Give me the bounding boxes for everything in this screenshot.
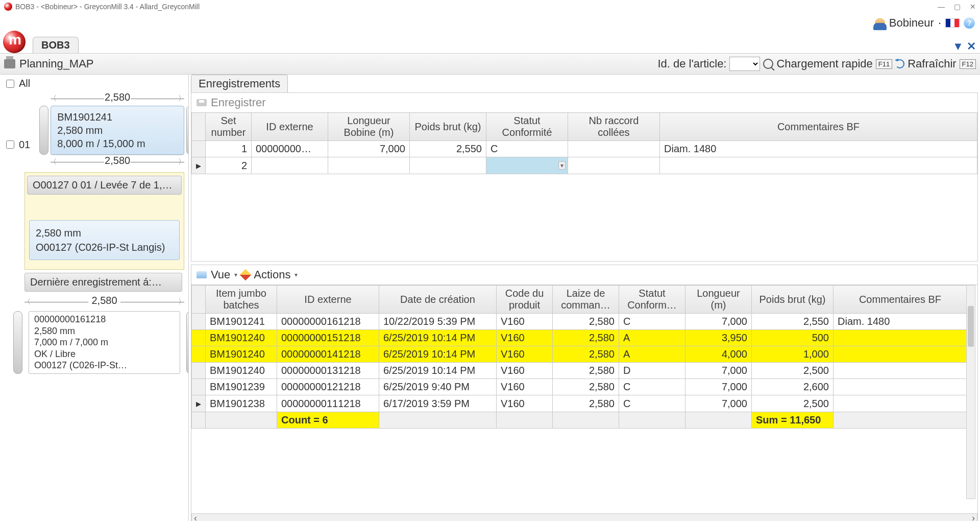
cell-laize[interactable]: 2,580 — [553, 330, 619, 346]
cell-len[interactable]: 7,000 — [685, 379, 752, 395]
pencil-icon[interactable] — [240, 269, 252, 281]
minimize-pane-icon[interactable]: ▼ — [952, 40, 964, 53]
cell-batch[interactable]: BM1901241 — [206, 314, 277, 330]
history-row[interactable]: BM1901240000000001412186/25/2019 10:14 P… — [192, 346, 967, 363]
cell-batch[interactable]: BM1901240 — [206, 330, 277, 346]
search-icon[interactable] — [763, 59, 773, 69]
check-01-box[interactable] — [6, 140, 14, 149]
cell-prod[interactable]: V160 — [497, 363, 553, 379]
cell-laize[interactable]: 2,580 — [553, 363, 619, 379]
cell-prod[interactable]: V160 — [497, 330, 553, 346]
order-bar[interactable]: O00127 0 01 / Levée 7 de 1,… — [27, 176, 182, 195]
cell-wt[interactable]: 1,000 — [752, 346, 834, 363]
cell-ext[interactable]: 00000000111218 — [277, 395, 379, 412]
col2-len[interactable]: Longueur (m) — [685, 286, 752, 314]
row-selector[interactable] — [192, 346, 206, 363]
cell-ext[interactable]: 00000000141218 — [277, 346, 379, 363]
row-selector[interactable] — [192, 141, 206, 157]
quick-load-button[interactable]: Chargement rapide — [776, 57, 872, 70]
app-main-logo-icon[interactable] — [3, 31, 26, 53]
order-info-box[interactable]: 2,580 mm O00127 (C026-IP-St Langis) — [29, 220, 180, 260]
col-wt[interactable]: Poids brut (kg) — [410, 113, 486, 141]
cell-comm[interactable] — [834, 346, 967, 363]
cell-conf[interactable]: C — [619, 314, 685, 330]
cell-comm[interactable]: Diam. 1480 — [834, 314, 967, 330]
cell-comm[interactable] — [834, 330, 967, 346]
col-len[interactable]: Longueur Bobine (m) — [328, 113, 410, 141]
cell-laize[interactable]: 2,580 — [553, 379, 619, 395]
record-row[interactable]: ▸2 — [192, 157, 977, 174]
cell-len[interactable]: 7,000 — [685, 395, 752, 412]
cell-wt[interactable]: 2,500 — [752, 363, 834, 379]
tab-bob3[interactable]: BOB3 — [33, 37, 79, 53]
cell-splice[interactable] — [568, 157, 660, 174]
row-selector[interactable]: ▸ — [192, 395, 206, 412]
vertical-scrollbar[interactable] — [966, 285, 975, 499]
history-table[interactable]: Item jumbo batches ID externe Date de cr… — [191, 285, 967, 429]
cell-wt[interactable]: 500 — [752, 330, 834, 346]
cell-date[interactable]: 6/25/2019 9:40 PM — [379, 379, 497, 395]
cell-comm[interactable] — [834, 395, 967, 412]
jumbo-card[interactable]: BM1901241 2,580 mm 8,000 m / 15,000 m — [51, 106, 184, 155]
cell-comm[interactable] — [834, 379, 967, 395]
last-record-header[interactable]: Dernière enregistrement á:… — [24, 273, 182, 292]
refresh-button[interactable]: Rafraîchir — [908, 57, 956, 70]
cell-prod[interactable]: V160 — [497, 314, 553, 330]
cell-set[interactable]: 2 — [206, 157, 252, 174]
cell-ext[interactable] — [252, 157, 328, 174]
cell-conf[interactable]: C — [619, 395, 685, 412]
row-selector[interactable] — [192, 314, 206, 330]
cell-wt[interactable] — [410, 157, 486, 174]
article-id-select[interactable] — [729, 57, 760, 71]
cell-ext[interactable]: 00000000… — [252, 141, 328, 157]
cell-date[interactable]: 10/22/2019 5:39 PM — [379, 314, 497, 330]
col2-ext[interactable]: ID externe — [277, 286, 379, 314]
cell-splice[interactable] — [568, 141, 660, 157]
flag-fr-icon[interactable] — [945, 18, 960, 28]
horizontal-scrollbar[interactable] — [191, 513, 977, 521]
cell-conf[interactable]: A — [619, 330, 685, 346]
history-row[interactable]: ▸BM1901238000000001112186/17/2019 3:59 P… — [192, 395, 967, 412]
check-01[interactable]: 01 — [4, 122, 30, 167]
cell-len[interactable]: 4,000 — [685, 346, 752, 363]
cell-conf[interactable] — [486, 157, 568, 174]
actions-dropdown-icon[interactable]: ▾ — [295, 271, 298, 278]
col-splice[interactable]: Nb raccord collées — [568, 113, 660, 141]
cell-date[interactable]: 6/25/2019 10:14 PM — [379, 363, 497, 379]
col-ext[interactable]: ID externe — [252, 113, 328, 141]
save-icon[interactable] — [197, 99, 207, 106]
cell-batch[interactable]: BM1901238 — [206, 395, 277, 412]
col2-prod[interactable]: Code du produit — [497, 286, 553, 314]
cell-len[interactable]: 7,000 — [685, 363, 752, 379]
col2-batch[interactable]: Item jumbo batches — [206, 286, 277, 314]
cell-len[interactable] — [328, 157, 410, 174]
close-button[interactable]: ✕ — [970, 3, 976, 11]
check-all[interactable]: All — [4, 78, 184, 89]
col-set[interactable]: Set number — [206, 113, 252, 141]
cell-laize[interactable]: 2,580 — [553, 395, 619, 412]
cell-batch[interactable]: BM1901240 — [206, 363, 277, 379]
cell-laize[interactable]: 2,580 — [553, 314, 619, 330]
printer-icon[interactable] — [4, 59, 15, 68]
save-button[interactable]: Enregistrer — [211, 96, 266, 109]
col2-wt[interactable]: Poids brut (kg) — [752, 286, 834, 314]
minimize-button[interactable]: — — [938, 3, 945, 11]
cell-batch[interactable]: BM1901239 — [206, 379, 277, 395]
record-row[interactable]: 100000000…7,0002,550CDiam. 1480 — [192, 141, 977, 157]
view-icon[interactable] — [197, 271, 207, 278]
col-conf[interactable]: Statut Conformité — [486, 113, 568, 141]
close-pane-icon[interactable]: ✕ — [967, 40, 976, 53]
col2-date[interactable]: Date de création — [379, 286, 497, 314]
row-selector[interactable] — [192, 330, 206, 346]
cell-len[interactable]: 3,950 — [685, 330, 752, 346]
cell-ext[interactable]: 00000000151218 — [277, 330, 379, 346]
cell-len[interactable]: 7,000 — [328, 141, 410, 157]
cell-date[interactable]: 6/17/2019 3:59 PM — [379, 395, 497, 412]
cell-comm[interactable] — [660, 157, 977, 174]
view-button[interactable]: Vue — [211, 268, 230, 281]
cell-date[interactable]: 6/25/2019 10:14 PM — [379, 330, 497, 346]
cell-prod[interactable]: V160 — [497, 379, 553, 395]
history-row[interactable]: BM19012410000000016121810/22/2019 5:39 P… — [192, 314, 967, 330]
cell-conf[interactable]: C — [486, 141, 568, 157]
records-table[interactable]: Set number ID externe Longueur Bobine (m… — [191, 112, 977, 174]
